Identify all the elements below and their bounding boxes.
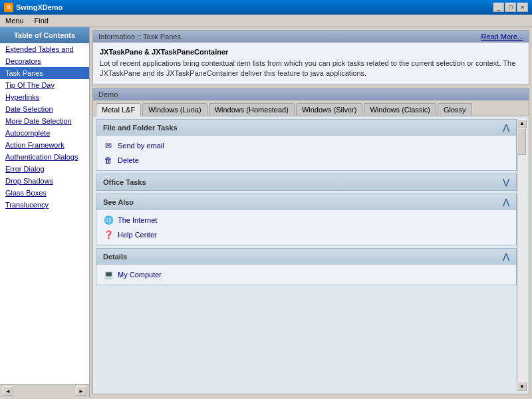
demo-panel: Demo Metal L&F Windows (Luna) Windows (H…: [92, 88, 529, 394]
sidebar-item-autocomplete[interactable]: Autocomplete: [0, 127, 89, 139]
task-item-send-email[interactable]: ✉ Send by email: [103, 138, 509, 153]
task-group-see-also-title: See Also: [103, 198, 134, 206]
info-panel-component-title: JXTaskPane & JXTaskPaneContainer: [100, 48, 522, 56]
info-panel: Information :: Task Panes Read More... J…: [92, 30, 529, 85]
task-item-delete-label: Delete: [118, 156, 139, 164]
sidebar-item-glass-boxes[interactable]: Glass Boxes: [0, 187, 89, 199]
sidebar-item-decorators[interactable]: Decorators: [0, 55, 89, 67]
minimize-button[interactable]: _: [493, 3, 504, 12]
file-folder-chevron-icon: ⋀: [503, 123, 509, 132]
sidebar-item-tip-of-day[interactable]: Tip Of The Day: [0, 79, 89, 91]
tab-metal-lf[interactable]: Metal L&F: [96, 103, 141, 116]
task-group-details-body: 💻 My Computer: [96, 265, 516, 285]
task-item-help-center-label: Help Center: [118, 231, 157, 239]
send-email-icon: ✉: [103, 140, 114, 151]
sidebar: Table of Contents Extended Tables and De…: [0, 27, 90, 397]
task-group-see-also: See Also ⋀ 🌐 The Internet ❓ Help Center: [96, 194, 517, 245]
task-group-office-header[interactable]: Office Tasks ⋁: [96, 174, 516, 190]
title-bar-left: S SwingXDemo: [4, 3, 63, 12]
maximize-button[interactable]: □: [505, 3, 516, 12]
demo-scroll-down[interactable]: ▼: [517, 382, 527, 391]
sidebar-item-translucency[interactable]: Translucency: [0, 199, 89, 211]
details-chevron-icon: ⋀: [503, 252, 509, 261]
internet-icon: 🌐: [103, 215, 114, 225]
info-panel-description: Lot of recent applications bring context…: [100, 59, 522, 79]
task-group-see-also-body: 🌐 The Internet ❓ Help Center: [96, 210, 516, 245]
sidebar-item-task-panes[interactable]: Task Panes: [0, 67, 89, 79]
task-group-file-folder-title: File and Folder Tasks: [103, 124, 178, 132]
task-pane-list: File and Folder Tasks ⋀ ✉ Send by email …: [96, 119, 517, 391]
scroll-thumb[interactable]: [517, 128, 526, 155]
demo-content: File and Folder Tasks ⋀ ✉ Send by email …: [93, 116, 529, 394]
task-group-see-also-header[interactable]: See Also ⋀: [96, 194, 516, 210]
info-panel-title: Information :: Task Panes: [98, 33, 181, 41]
demo-scrollbar: ▲ ▼: [517, 119, 526, 391]
task-group-office: Office Tasks ⋁: [96, 174, 517, 191]
help-center-icon: ❓: [103, 229, 114, 240]
task-group-details: Details ⋀ 💻 My Computer: [96, 248, 517, 285]
sidebar-item-extended-tables[interactable]: Extended Tables and: [0, 43, 89, 55]
tab-windows-homestead[interactable]: Windows (Homestead): [209, 103, 295, 116]
info-panel-body: JXTaskPane & JXTaskPaneContainer Lot of …: [93, 43, 529, 84]
sidebar-item-date-selection[interactable]: Date Selection: [0, 103, 89, 115]
sidebar-scrollbar: ◄ ►: [0, 384, 89, 397]
task-item-internet-label: The Internet: [118, 216, 157, 224]
sidebar-item-action-framework[interactable]: Action Framework: [0, 139, 89, 151]
sidebar-scroll-right[interactable]: ►: [76, 386, 86, 396]
tab-glossy[interactable]: Glossy: [438, 103, 472, 116]
demo-panel-header: Demo: [93, 88, 529, 100]
task-group-file-folder: File and Folder Tasks ⋀ ✉ Send by email …: [96, 119, 517, 171]
task-item-delete[interactable]: 🗑 Delete: [103, 153, 509, 168]
app-title: SwingXDemo: [16, 3, 63, 11]
task-group-file-folder-header[interactable]: File and Folder Tasks ⋀: [96, 120, 516, 136]
main-container: Table of Contents Extended Tables and De…: [0, 27, 532, 397]
title-bar: S SwingXDemo _ □ ×: [0, 0, 532, 15]
tab-windows-silver[interactable]: Windows (Silver): [296, 103, 363, 116]
task-item-internet[interactable]: 🌐 The Internet: [103, 213, 509, 227]
sidebar-item-drop-shadows[interactable]: Drop Shadows: [0, 175, 89, 187]
sidebar-items: Extended Tables and Decorators Task Pane…: [0, 43, 89, 384]
see-also-chevron-icon: ⋀: [503, 198, 509, 207]
close-button[interactable]: ×: [517, 3, 528, 12]
scroll-track: [517, 128, 526, 382]
sidebar-item-more-date-selection[interactable]: More Date Selection: [0, 115, 89, 127]
demo-scroll-up[interactable]: ▲: [517, 119, 527, 128]
info-panel-header: Information :: Task Panes Read More...: [93, 31, 529, 43]
task-item-my-computer-label: My Computer: [118, 271, 162, 279]
task-item-help-center[interactable]: ❓ Help Center: [103, 227, 509, 242]
find-menu-item[interactable]: Find: [32, 16, 51, 25]
sidebar-scroll-left[interactable]: ◄: [3, 386, 13, 396]
my-computer-icon: 💻: [103, 269, 114, 280]
tab-windows-luna[interactable]: Windows (Luna): [142, 103, 207, 116]
office-chevron-icon: ⋁: [503, 178, 509, 187]
app-icon: S: [4, 3, 13, 12]
delete-icon: 🗑: [103, 155, 114, 166]
task-item-send-email-label: Send by email: [118, 142, 164, 150]
sidebar-item-hyperlinks[interactable]: Hyperlinks: [0, 91, 89, 103]
task-group-file-folder-body: ✉ Send by email 🗑 Delete: [96, 136, 516, 170]
task-group-office-title: Office Tasks: [103, 178, 146, 186]
sidebar-item-error-dialog[interactable]: Error Dialog: [0, 163, 89, 175]
content-area: Information :: Task Panes Read More... J…: [90, 27, 532, 397]
sidebar-item-authentication[interactable]: Authentication Dialogs: [0, 151, 89, 163]
menu-bar: Menu Find: [0, 15, 532, 27]
tabs-container: Metal L&F Windows (Luna) Windows (Homest…: [93, 100, 529, 116]
window-controls: _ □ ×: [493, 3, 528, 12]
task-item-my-computer[interactable]: 💻 My Computer: [103, 267, 509, 282]
read-more-link[interactable]: Read More...: [481, 33, 523, 41]
sidebar-header: Table of Contents: [0, 27, 89, 43]
menu-menu-item[interactable]: Menu: [3, 16, 27, 25]
task-group-details-header[interactable]: Details ⋀: [96, 249, 516, 265]
task-group-details-title: Details: [103, 253, 127, 261]
tab-windows-classic[interactable]: Windows (Classic): [364, 103, 436, 116]
